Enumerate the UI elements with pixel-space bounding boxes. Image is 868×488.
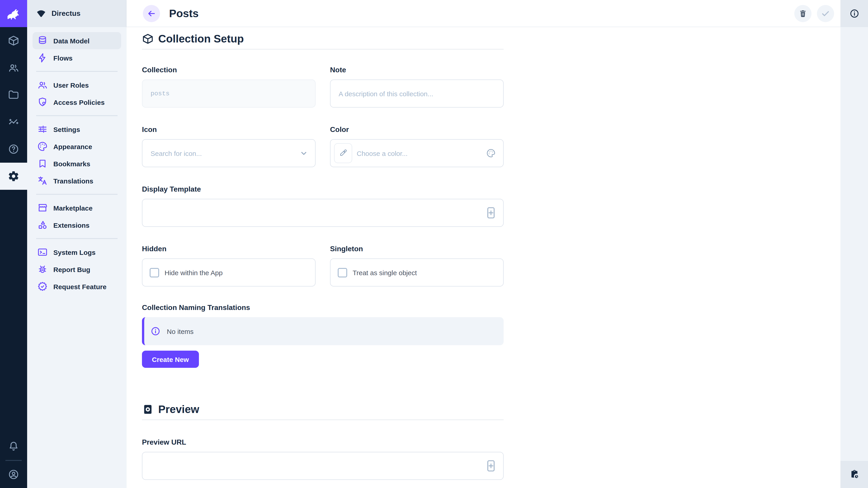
trash-icon: [798, 9, 807, 18]
color-swatch-button[interactable]: [334, 143, 352, 163]
chevron-down-icon: [299, 148, 309, 158]
nav-divider: [33, 111, 121, 121]
category-icon: [37, 220, 48, 230]
palette-icon: [486, 148, 496, 158]
users-module-button[interactable]: [0, 54, 27, 81]
bell-icon: [8, 441, 20, 452]
sidebar-item-label: Data Model: [53, 37, 90, 44]
sidebar-item-extensions[interactable]: Extensions: [33, 217, 121, 234]
settings-nav: Directus Data Model Flows: [27, 0, 127, 488]
collection-detail-content: Collection Setup Collection Note: [127, 27, 840, 488]
cube-icon: [8, 35, 20, 46]
sidebar-item-label: Bookmarks: [53, 160, 90, 167]
sidebar-item-report-bug[interactable]: Report Bug: [33, 261, 121, 278]
box-icon: [142, 33, 154, 45]
sidebar-item-label: Flows: [53, 54, 72, 62]
field-label: Collection: [142, 66, 315, 74]
back-button[interactable]: [143, 5, 160, 22]
sidebar-item-system-logs[interactable]: System Logs: [33, 243, 121, 261]
preview-url-input[interactable]: [143, 452, 503, 480]
shield-user-icon: [37, 97, 48, 107]
no-items-notice: No items: [142, 317, 504, 345]
sidebar-item-user-roles[interactable]: User Roles: [33, 76, 121, 94]
sidebar-item-label: User Roles: [53, 81, 89, 89]
sidebar-item-label: Settings: [53, 125, 80, 133]
info-icon: [151, 326, 160, 336]
sidebar-item-label: Translations: [53, 177, 93, 185]
checkbox-label[interactable]: Treat as single object: [352, 269, 417, 276]
account-button[interactable]: [0, 461, 27, 488]
account-circle-icon: [8, 468, 20, 480]
singleton-checkbox[interactable]: [338, 268, 347, 277]
icon-select-trigger[interactable]: [299, 148, 309, 158]
icon-search-input[interactable]: [143, 140, 315, 167]
field-display-template: Display Template: [142, 185, 504, 227]
sidebar-item-marketplace[interactable]: Marketplace: [33, 199, 121, 217]
section-divider: [142, 419, 504, 420]
palette-icon: [37, 141, 48, 152]
content-module-button[interactable]: [0, 27, 27, 54]
save-button[interactable]: [817, 5, 834, 22]
preview-icon: [142, 403, 154, 415]
insights-module-button[interactable]: [0, 108, 27, 135]
note-input[interactable]: [331, 80, 503, 107]
project-header[interactable]: Directus: [27, 0, 127, 27]
hidden-checkbox[interactable]: [150, 268, 159, 277]
color-input[interactable]: [331, 140, 503, 167]
check-icon: [820, 8, 831, 18]
sidebar-item-label: Access Policies: [53, 98, 105, 106]
sidebar-item-appearance[interactable]: Appearance: [33, 138, 121, 155]
add-field-icon: [485, 459, 497, 472]
page-title: Posts: [169, 7, 199, 20]
info-icon: [849, 8, 859, 19]
page-header: Posts: [127, 0, 840, 27]
field-label: Singleton: [330, 245, 504, 253]
verified-icon: [37, 281, 48, 292]
field-singleton: Singleton Treat as single object: [330, 245, 504, 287]
sidebar-item-data-model[interactable]: Data Model: [33, 32, 121, 49]
section-divider: [142, 49, 504, 50]
notifications-button[interactable]: [0, 433, 27, 460]
field-label: Hidden: [142, 245, 315, 253]
rabbit-icon: [5, 5, 22, 22]
add-field-icon: [485, 206, 497, 219]
insights-icon: [8, 116, 20, 128]
translate-icon: [37, 175, 48, 186]
sidebar-item-bookmarks[interactable]: Bookmarks: [33, 155, 121, 172]
people-icon: [37, 79, 48, 90]
help-module-button[interactable]: [0, 135, 27, 163]
field-label: Icon: [142, 126, 315, 134]
field-icon: Icon: [142, 126, 315, 167]
nav-divider: [33, 189, 121, 199]
project-name: Directus: [52, 9, 81, 18]
checkbox-label[interactable]: Hide within the App: [164, 269, 223, 276]
info-sidebar-button[interactable]: [840, 0, 868, 27]
settings-module-button[interactable]: [0, 163, 27, 190]
add-preview-field-button[interactable]: [485, 459, 497, 472]
directus-rabbit-logo[interactable]: [0, 0, 27, 27]
display-template-input[interactable]: [143, 199, 503, 226]
revisions-button[interactable]: [840, 461, 868, 488]
module-bar-bottom: [0, 433, 27, 488]
color-palette-button[interactable]: [486, 148, 496, 158]
sidebar-item-access-policies[interactable]: Access Policies: [33, 94, 121, 111]
field-hidden: Hidden Hide within the App: [142, 245, 315, 287]
clipboard-clock-icon: [849, 469, 860, 480]
sidebar-item-label: System Logs: [53, 248, 96, 256]
add-template-field-button[interactable]: [485, 206, 497, 219]
eyedropper-icon: [339, 149, 348, 158]
sidebar-item-translations[interactable]: Translations: [33, 172, 121, 189]
sidebar-item-label: Extensions: [53, 221, 90, 229]
files-module-button[interactable]: [0, 81, 27, 108]
sidebar-item-request-feature[interactable]: Request Feature: [33, 278, 121, 295]
collection-name-input[interactable]: [143, 80, 315, 107]
delete-collection-button[interactable]: [794, 5, 811, 22]
sidebar-item-settings[interactable]: Settings: [33, 121, 121, 138]
database-icon: [37, 35, 48, 46]
sidebar-item-flows[interactable]: Flows: [33, 49, 121, 66]
sidebar-strip: [840, 0, 868, 488]
sidebar-strip-bottom: [840, 461, 868, 488]
create-new-button[interactable]: Create New: [142, 351, 199, 368]
field-label: Display Template: [142, 185, 504, 193]
bolt-icon: [37, 53, 48, 63]
